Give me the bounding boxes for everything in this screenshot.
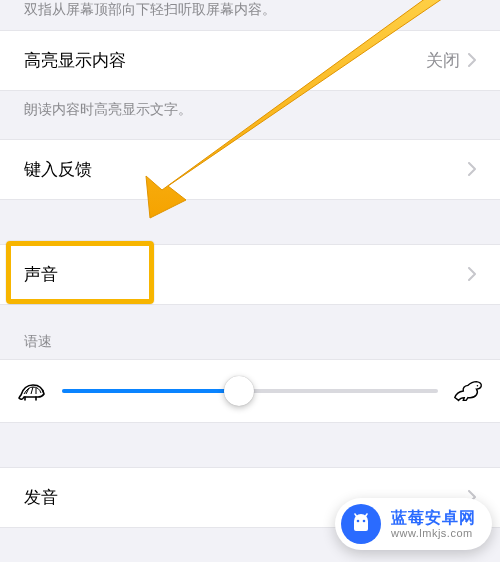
row-typing-feedback[interactable]: 键入反馈	[0, 139, 500, 200]
watermark-url: www.lmkjs.com	[391, 527, 476, 539]
row-voice-label: 声音	[24, 263, 58, 286]
svg-point-0	[42, 390, 44, 392]
row-pronunciation-label: 发音	[24, 486, 58, 509]
watermark-logo-icon	[341, 504, 381, 544]
speaking-rate-slider[interactable]	[62, 374, 438, 408]
hare-icon	[452, 379, 484, 403]
chevron-right-icon	[468, 267, 476, 281]
chevron-right-icon	[468, 162, 476, 176]
svg-point-1	[477, 385, 479, 387]
row-speaking-rate	[0, 359, 500, 423]
svg-point-3	[363, 520, 366, 523]
svg-point-2	[357, 520, 360, 523]
row-highlight-content-value: 关闭	[426, 49, 460, 72]
row-voice[interactable]: 声音	[0, 244, 500, 305]
svg-line-4	[355, 514, 357, 517]
slider-thumb[interactable]	[224, 376, 254, 406]
watermark: 蓝莓安卓网 www.lmkjs.com	[335, 498, 492, 550]
svg-line-5	[365, 514, 367, 517]
rate-header: 语速	[0, 305, 500, 359]
row-highlight-content-label: 高亮显示内容	[24, 49, 126, 72]
highlight-note: 朗读内容时高亮显示文字。	[0, 91, 500, 139]
row-typing-feedback-label: 键入反馈	[24, 158, 92, 181]
row-highlight-content[interactable]: 高亮显示内容 关闭	[0, 30, 500, 91]
chevron-right-icon	[468, 53, 476, 67]
gesture-hint: 双指从屏幕顶部向下轻扫听取屏幕内容。	[0, 0, 500, 30]
watermark-title: 蓝莓安卓网	[391, 509, 476, 527]
tortoise-icon	[16, 379, 48, 403]
